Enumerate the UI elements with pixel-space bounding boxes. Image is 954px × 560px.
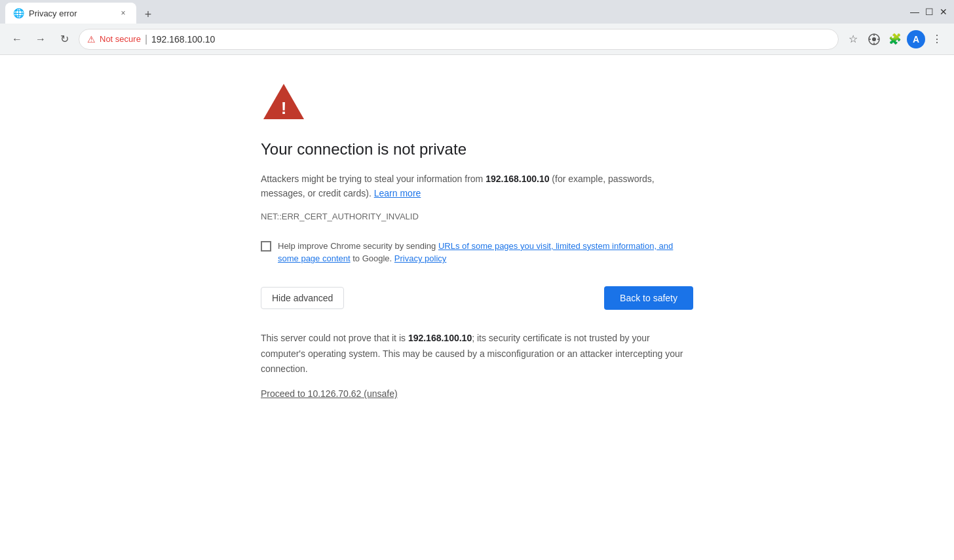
address-field[interactable]: ⚠ Not secure | 192.168.100.10 — [79, 29, 839, 50]
hide-advanced-button[interactable]: Hide advanced — [261, 287, 344, 309]
star-icon[interactable]: ☆ — [844, 30, 862, 48]
proceed-link[interactable]: Proceed to 10.126.70.62 (unsafe) — [261, 388, 398, 399]
new-tab-button[interactable]: + — [139, 5, 157, 24]
reload-button[interactable]: ↻ — [55, 30, 73, 48]
description-before: Attackers might be trying to steal your … — [261, 174, 486, 184]
svg-text:!: ! — [281, 98, 287, 118]
minimize-button[interactable]: — — [909, 7, 920, 17]
checkbox-row: Help improve Chrome security by sending … — [261, 240, 693, 265]
maximize-button[interactable]: ☐ — [924, 7, 934, 17]
title-bar: 🌐 Privacy error × + — ☐ ✕ — [0, 0, 954, 24]
error-description: Attackers might be trying to steal your … — [261, 172, 693, 201]
toolbar-icons: ☆ 🧩 A ⋮ — [844, 30, 946, 48]
advanced-ip-bold: 192.168.100.10 — [408, 333, 472, 343]
error-code: NET::ERR_CERT_AUTHORITY_INVALID — [261, 212, 693, 221]
address-url: 192.168.100.10 — [151, 34, 215, 45]
browser-frame: 🌐 Privacy error × + — ☐ ✕ ← → ↻ ⚠ Not se… — [0, 0, 954, 560]
address-divider: | — [145, 33, 147, 45]
checkbox-text-before: Help improve Chrome security by sending — [278, 241, 438, 251]
error-title: Your connection is not private — [261, 140, 693, 159]
checkbox-label: Help improve Chrome security by sending … — [278, 240, 693, 265]
ip-address-bold: 192.168.100.10 — [486, 174, 549, 184]
warning-triangle-svg: ! — [261, 81, 307, 122]
advanced-text: This server could not prove that it is 1… — [261, 331, 693, 377]
svg-point-1 — [872, 37, 876, 41]
not-secure-icon: ⚠ — [87, 34, 96, 45]
forward-button[interactable]: → — [31, 30, 50, 48]
tab-favicon-icon: 🌐 — [13, 8, 24, 18]
tab-close-button[interactable]: × — [118, 8, 128, 18]
checkbox-text-after: to Google. — [351, 253, 392, 263]
back-to-safety-button[interactable]: Back to safety — [604, 286, 693, 310]
warning-icon: ! — [261, 81, 693, 124]
learn-more-link[interactable]: Learn more — [374, 188, 421, 198]
window-controls: — ☐ ✕ — [909, 7, 949, 17]
button-row: Hide advanced Back to safety — [261, 286, 693, 310]
chrome-security-checkbox[interactable] — [261, 241, 271, 252]
extension-puzzle-icon[interactable]: 🧩 — [886, 30, 904, 48]
extensions-icon[interactable] — [865, 30, 883, 48]
close-window-button[interactable]: ✕ — [938, 7, 949, 17]
page-content: ! Your connection is not private Attacke… — [0, 55, 954, 560]
advanced-text-before: This server could not prove that it is — [261, 333, 408, 343]
not-secure-text: Not secure — [100, 34, 141, 44]
more-menu-icon[interactable]: ⋮ — [928, 30, 946, 48]
address-bar: ← → ↻ ⚠ Not secure | 192.168.100.10 ☆ — [0, 24, 954, 55]
privacy-policy-link[interactable]: Privacy policy — [394, 253, 446, 263]
user-avatar[interactable]: A — [907, 30, 925, 48]
browser-tab[interactable]: 🌐 Privacy error × — [5, 3, 136, 24]
back-button[interactable]: ← — [8, 30, 26, 48]
error-container: ! Your connection is not private Attacke… — [235, 81, 719, 534]
tab-title: Privacy error — [29, 9, 113, 18]
